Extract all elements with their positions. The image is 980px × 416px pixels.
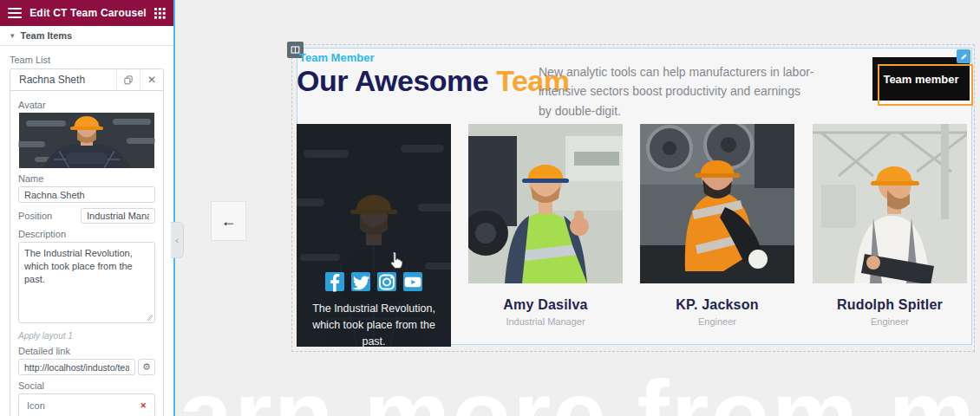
name-input[interactable] (18, 186, 155, 203)
team-photo-rudolph-spitler (813, 124, 967, 283)
caret-down-icon: ▾ (10, 31, 15, 40)
repeater-item: Rachna Sheth ✕ Avatar (10, 68, 164, 416)
card-social-links (297, 272, 451, 291)
team-card-active[interactable]: The Industrial Revolution, which took pl… (297, 124, 451, 347)
name-label: Name (18, 173, 155, 184)
copy-icon (123, 75, 134, 85)
detailed-link-input[interactable] (18, 359, 135, 375)
remove-social-icon[interactable]: ✕ (140, 401, 147, 410)
avatar-image[interactable] (18, 113, 155, 168)
team-member-button[interactable]: Team member (872, 57, 970, 101)
card-member-name: KP. Jackson (640, 297, 794, 313)
panel-header: Edit CT Team Carousel (0, 0, 173, 26)
collapse-panel-handle[interactable]: ‹ (171, 222, 184, 258)
instagram-icon[interactable] (377, 272, 396, 291)
section-heading: Our Awesome Team (297, 64, 570, 98)
team-photo-kp-jackson (640, 124, 794, 283)
repeater-item-title[interactable]: Rachna Sheth (10, 69, 116, 90)
elementor-panel: Edit CT Team Carousel ▾ Team Items Team … (0, 0, 173, 416)
section-team-items[interactable]: ▾ Team Items (0, 26, 173, 46)
card-description: The Industrial Revolution, which took pl… (297, 301, 451, 349)
card-member-name: Rudolph Spitler (813, 297, 967, 313)
social-label: Social (18, 380, 155, 391)
remove-item-button[interactable]: ✕ (140, 69, 163, 90)
next-section-watermark-text: arn more from m (179, 359, 977, 416)
widgets-grid-icon[interactable] (154, 8, 166, 19)
description-textarea[interactable]: The Industrial Revolution, which took pl… (18, 242, 155, 323)
card-member-position: Engineer (813, 316, 967, 327)
collapse-chevron-icon: ‹ (175, 235, 179, 245)
duplicate-item-button[interactable] (116, 69, 140, 90)
app-window: arn more from m Team Member Our Awesome … (0, 0, 980, 416)
apply-layout-link[interactable]: Apply layout 1 (18, 331, 155, 341)
position-input[interactable] (81, 208, 155, 224)
section-tagline: Team Member (299, 51, 374, 64)
hamburger-menu-icon[interactable] (8, 5, 22, 21)
twitter-icon[interactable] (351, 272, 370, 291)
carousel-prev-button[interactable]: ← (211, 201, 246, 241)
icon-label: Icon (27, 400, 45, 411)
panel-title: Edit CT Team Carousel (22, 7, 154, 19)
card-member-position: Engineer (640, 316, 794, 327)
facebook-icon[interactable] (325, 272, 344, 291)
team-photo-amy-dasilva (468, 124, 623, 283)
heading-primary: Our Awesome (297, 64, 496, 97)
team-list-label: Team List (10, 55, 164, 65)
team-card[interactable]: Rudolph Spitler Engineer (813, 124, 967, 327)
detailed-link-label: Detailed link (18, 346, 155, 356)
edit-widget-chip[interactable] (957, 49, 970, 63)
editor-canvas: arn more from m Team Member Our Awesome … (173, 0, 980, 416)
gear-icon: ⚙ (142, 361, 151, 373)
link-options-button[interactable]: ⚙ (138, 359, 155, 375)
section-label: Team Items (21, 30, 73, 41)
prev-arrow-icon: ← (221, 212, 237, 231)
repeater-item-header: Rachna Sheth ✕ (10, 69, 163, 91)
team-card[interactable]: Amy Dasilva Industrial Manager (468, 124, 623, 327)
position-label: Position (18, 211, 52, 221)
card-member-name: Amy Dasilva (468, 297, 623, 313)
description-label: Description (18, 229, 155, 239)
section-intro-text: New analytic tools can help manufacturer… (539, 62, 816, 120)
avatar-label: Avatar (18, 100, 155, 110)
close-icon: ✕ (147, 74, 156, 86)
social-repeater-row: Icon ✕ ▾ (18, 393, 155, 416)
youtube-icon[interactable] (403, 272, 422, 291)
pencil-icon (960, 53, 968, 61)
card-member-position: Industrial Manager (468, 316, 623, 327)
team-card[interactable]: KP. Jackson Engineer (640, 124, 794, 327)
